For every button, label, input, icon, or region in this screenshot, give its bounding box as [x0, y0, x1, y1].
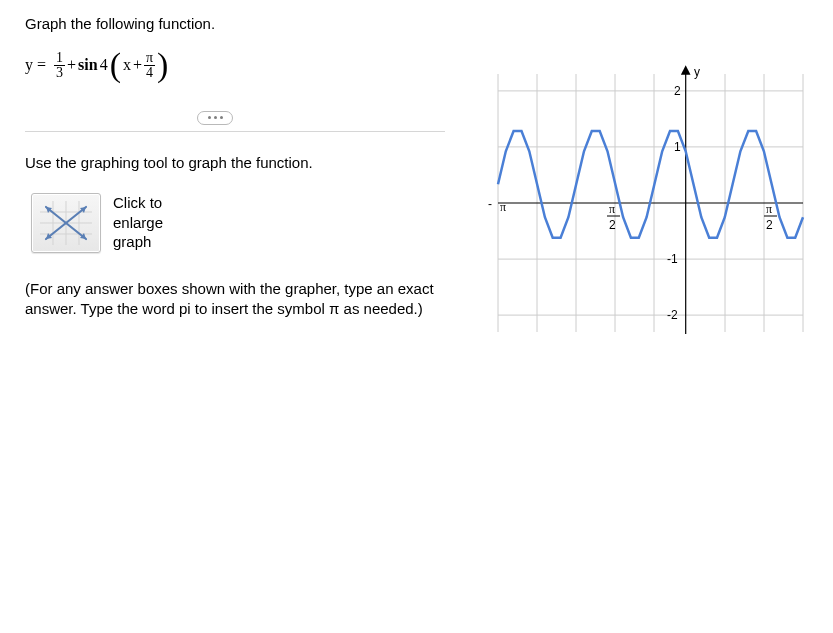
coordinate-plane: y 2 1 -1 -2 - π π 2 π 2 [468, 62, 813, 344]
frac-den: 4 [144, 66, 155, 80]
y-axis-label: y [694, 65, 700, 79]
instruction-text: Use the graphing tool to graph the funct… [25, 154, 465, 171]
prompt-text: Graph the following function. [25, 15, 465, 32]
enlarge-line: graph [113, 232, 163, 252]
graph-panel[interactable]: y 2 1 -1 -2 - π π 2 π 2 [468, 62, 813, 344]
paren-left: ( [110, 50, 121, 81]
sin-text: sin [78, 56, 98, 74]
frac-num: π [609, 202, 615, 216]
x-tick-neg-sign: - [488, 197, 492, 211]
x-tick-label: π [500, 200, 506, 214]
fraction-one-third: 1 3 [54, 51, 65, 80]
fraction-pi-four: π 4 [144, 51, 155, 80]
eq-lhs: y = [25, 56, 46, 74]
frac-den: 2 [766, 218, 773, 232]
enlarge-graph-button[interactable] [31, 193, 101, 253]
frac-den: 2 [609, 218, 616, 232]
enlarge-line: enlarge [113, 213, 163, 233]
x-tick-pi-half: π 2 [764, 202, 777, 232]
x-tick-neg-pi-half: π 2 [607, 202, 620, 232]
frac-num: 1 [54, 51, 65, 66]
y-tick: 1 [674, 140, 681, 154]
x-var: x [123, 56, 131, 74]
frac-num: π [144, 51, 155, 66]
enlarge-line: Click to [113, 193, 163, 213]
y-tick: -1 [667, 252, 678, 266]
graph-thumbnail-icon [40, 201, 92, 245]
coef: 4 [100, 56, 108, 74]
plus2: + [133, 56, 142, 74]
plus: + [67, 56, 76, 74]
y-tick: -2 [667, 308, 678, 322]
enlarge-label: Click to enlarge graph [113, 193, 163, 252]
frac-den: 3 [54, 66, 65, 80]
equation: y = 1 3 + sin 4 ( x + π 4 ) [25, 50, 465, 81]
divider [25, 131, 445, 132]
y-tick: 2 [674, 84, 681, 98]
more-options-button[interactable] [197, 111, 233, 125]
frac-num: π [766, 202, 772, 216]
paren-right: ) [157, 50, 168, 81]
x-tick-neg-pi: π [500, 200, 506, 214]
note-text: (For any answer boxes shown with the gra… [25, 279, 435, 320]
